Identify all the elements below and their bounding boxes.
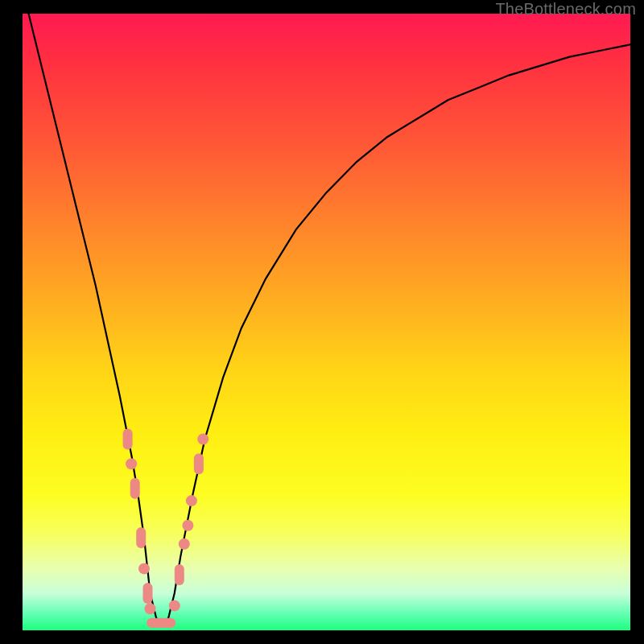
data-marker: [194, 453, 204, 474]
data-marker: [126, 458, 137, 469]
data-marker: [143, 583, 153, 604]
data-marker: [179, 539, 190, 550]
data-marker: [130, 478, 140, 499]
data-marker: [156, 618, 175, 628]
chart-frame: TheBottleneck.com: [0, 0, 644, 644]
curve-group: [23, 14, 630, 624]
marker-group: [123, 429, 209, 628]
data-marker: [197, 434, 208, 445]
data-marker: [136, 527, 146, 548]
data-marker: [175, 564, 184, 585]
bottleneck-chart: [23, 14, 630, 630]
data-marker: [182, 520, 193, 531]
data-marker: [186, 495, 197, 506]
data-marker: [138, 563, 150, 574]
bottleneck-curve-path: [23, 14, 630, 624]
data-marker: [123, 429, 133, 450]
data-marker: [145, 603, 156, 614]
data-marker: [169, 600, 180, 611]
watermark-label: TheBottleneck.com: [495, 0, 636, 19]
plot-area: [23, 14, 630, 630]
